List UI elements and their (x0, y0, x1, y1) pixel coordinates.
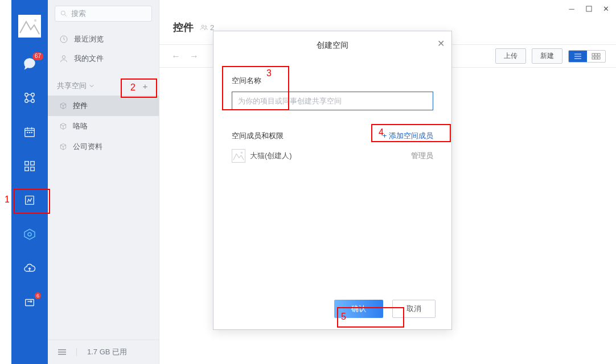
svg-rect-19 (31, 167, 34, 171)
svg-rect-16 (25, 162, 28, 165)
calendar-icon[interactable] (22, 124, 38, 140)
sidebar: 搜索 最近浏览 我的文件 共享空间 + 控件 咯咯 (48, 0, 159, 364)
space-item[interactable]: 公司资料 (48, 136, 159, 157)
svg-line-38 (60, 145, 63, 146)
member-avatar (232, 149, 245, 163)
window-close[interactable]: ✕ (601, 4, 610, 13)
svg-rect-54 (595, 57, 597, 59)
chat-icon[interactable]: 67 (22, 56, 38, 72)
create-space-dialog: 创建空间 ✕ 空间名称 空间成员和权限 + 添加空间成员 大猫(创建人) 管理员… (213, 31, 452, 330)
upload-button[interactable]: 上传 (495, 48, 526, 64)
chat-badge: 67 (32, 52, 43, 60)
cancel-button[interactable]: 取消 (392, 300, 436, 318)
space-item[interactable]: 咯咯 (48, 116, 159, 136)
dialog-close-button[interactable]: ✕ (437, 38, 445, 49)
svg-rect-55 (598, 57, 600, 59)
person-icon (59, 54, 68, 63)
svg-point-0 (34, 19, 37, 22)
chevron-down-icon (89, 83, 95, 89)
clock-icon (59, 35, 68, 44)
space-name-input[interactable] (232, 92, 433, 110)
grid-icon[interactable] (22, 158, 38, 174)
window-minimize[interactable]: ─ (567, 4, 576, 13)
nav-myfiles[interactable]: 我的文件 (48, 49, 159, 68)
avatar[interactable] (18, 15, 41, 38)
svg-rect-18 (25, 167, 28, 171)
view-list[interactable] (569, 51, 587, 62)
svg-point-2 (31, 93, 35, 97)
menu-icon[interactable] (58, 349, 66, 355)
svg-point-46 (205, 26, 207, 27)
svg-point-45 (202, 25, 204, 27)
section-shared-spaces[interactable]: 共享空间 (57, 81, 95, 91)
svg-point-1 (25, 93, 28, 97)
cloud-icon[interactable] (22, 260, 38, 276)
member-count[interactable]: 2 (199, 23, 214, 32)
share-badge: 6 (35, 292, 41, 299)
svg-rect-52 (598, 53, 600, 56)
svg-point-14 (29, 132, 30, 133)
storage-usage: 1.7 GB 已用 (87, 347, 127, 357)
apps-icon[interactable] (22, 90, 38, 106)
members-label: 空间成员和权限 (232, 131, 284, 141)
search-icon (60, 10, 68, 18)
add-space-button[interactable]: + (141, 81, 150, 90)
svg-point-25 (61, 11, 65, 15)
svg-line-35 (63, 125, 66, 126)
svg-rect-50 (592, 53, 594, 56)
svg-point-15 (31, 132, 32, 133)
people-icon (199, 23, 208, 32)
docs-icon[interactable] (22, 192, 38, 208)
svg-rect-44 (586, 6, 591, 11)
svg-point-13 (27, 132, 28, 133)
space-item-selected[interactable]: 控件 (48, 96, 159, 116)
svg-point-4 (31, 100, 35, 103)
add-member-link[interactable]: + 添加空间成员 (383, 131, 433, 141)
svg-point-56 (241, 152, 243, 154)
svg-point-22 (28, 233, 31, 236)
svg-rect-51 (595, 53, 597, 56)
cube-icon (59, 102, 67, 110)
svg-line-31 (63, 104, 66, 105)
share-icon[interactable]: 6 (22, 295, 38, 311)
nav-back[interactable]: ← (170, 50, 182, 63)
svg-line-39 (63, 145, 66, 146)
nav-recent[interactable]: 最近浏览 (48, 30, 159, 49)
view-toggle (568, 50, 606, 63)
svg-point-28 (62, 56, 65, 59)
svg-line-30 (60, 104, 63, 105)
drive-icon[interactable] (22, 226, 38, 242)
search-placeholder: 搜索 (71, 9, 86, 19)
member-role: 管理员 (411, 151, 433, 161)
view-grid[interactable] (587, 51, 605, 62)
new-button[interactable]: 新建 (532, 48, 562, 64)
svg-rect-17 (31, 162, 34, 165)
window-maximize[interactable] (584, 4, 593, 13)
cube-icon (59, 143, 67, 151)
confirm-button[interactable]: 确认 (334, 300, 383, 318)
member-name: 大猫(创建人) (250, 151, 292, 161)
search-input[interactable]: 搜索 (55, 6, 152, 22)
left-rail: 67 6 (0, 0, 48, 364)
svg-rect-24 (26, 300, 34, 306)
page-title: 控件 (173, 20, 194, 34)
svg-point-3 (25, 100, 28, 103)
nav-forward[interactable]: → (188, 50, 200, 63)
cube-icon (59, 122, 67, 130)
svg-line-34 (60, 125, 63, 126)
dialog-title: 创建空间 (317, 40, 348, 49)
svg-line-26 (65, 15, 67, 16)
space-name-label: 空间名称 (232, 76, 433, 86)
svg-marker-21 (24, 229, 35, 239)
svg-rect-53 (592, 57, 594, 59)
